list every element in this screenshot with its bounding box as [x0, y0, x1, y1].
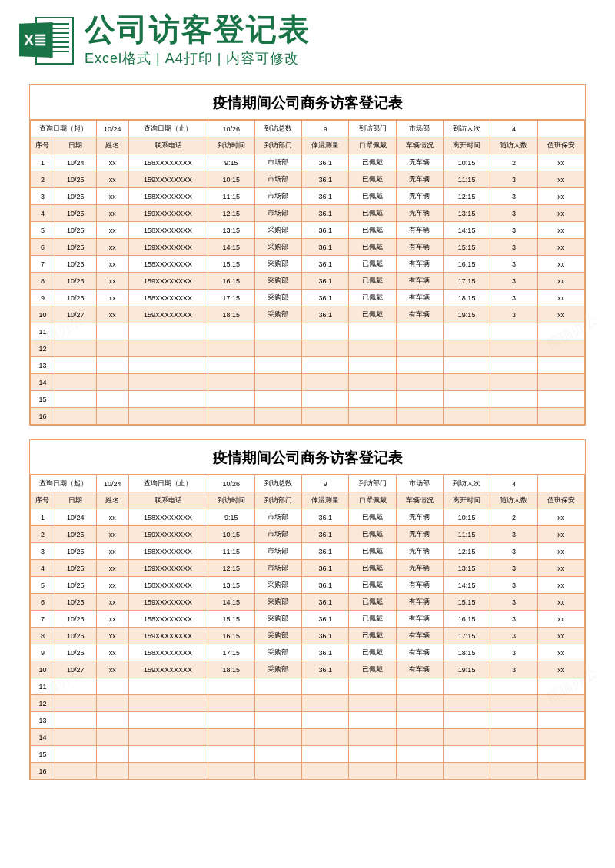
cell-date — [55, 729, 96, 746]
cell-temp: 36.1 — [302, 273, 349, 290]
cell-arrive: 14:15 — [208, 594, 254, 611]
cell-guard: xx — [537, 273, 584, 290]
table-row: 11 — [31, 323, 585, 340]
cell-name: xx — [96, 239, 128, 256]
cell-car: 有车辆 — [396, 306, 443, 323]
cell-date: 10/26 — [55, 290, 96, 306]
cell-name — [96, 323, 128, 340]
cell-seq: 16 — [31, 763, 55, 780]
cell-dept — [254, 695, 301, 712]
cell-date — [55, 340, 96, 357]
cell-name: xx — [96, 611, 128, 628]
col-ppl: 随访人数 — [490, 137, 537, 154]
cell-date: 10/25 — [55, 171, 96, 188]
cell-car: 有车辆 — [396, 644, 443, 661]
cell-car: 有车辆 — [396, 661, 443, 678]
cell-leave: 18:15 — [443, 290, 490, 306]
cell-arrive: 17:15 — [208, 644, 254, 661]
cell-car: 无车辆 — [396, 205, 443, 222]
cell-date — [55, 678, 96, 695]
cell-car: 无车辆 — [396, 509, 443, 526]
summary-label: 查询日期（止） — [128, 121, 208, 137]
cell-arrive: 18:15 — [208, 661, 254, 678]
cell-dept: 采购部 — [254, 306, 301, 323]
sub-title: Excel格式 | A4打印 | 内容可修改 — [85, 49, 597, 68]
cell-mask — [349, 408, 396, 425]
table-row: 11 — [31, 678, 585, 695]
cell-temp — [302, 712, 349, 729]
cell-leave: 19:15 — [443, 306, 490, 323]
cell-phone: 159XXXXXXXX — [128, 560, 208, 577]
cell-temp: 36.1 — [302, 661, 349, 678]
cell-ppl: 3 — [490, 661, 537, 678]
cell-guard: xx — [537, 577, 584, 594]
cell-seq: 11 — [31, 323, 55, 340]
cell-phone: 159XXXXXXXX — [128, 306, 208, 323]
cell-leave — [443, 374, 490, 391]
cell-date — [55, 357, 96, 374]
cell-guard: xx — [537, 509, 584, 526]
cell-mask: 已佩戴 — [349, 644, 396, 661]
cell-dept: 市场部 — [254, 205, 301, 222]
cell-dept: 采购部 — [254, 577, 301, 594]
cell-guard: xx — [537, 256, 584, 273]
cell-leave — [443, 695, 490, 712]
cell-guard — [537, 746, 584, 763]
cell-name — [96, 729, 128, 746]
cell-arrive: 14:15 — [208, 239, 254, 256]
cell-name: xx — [96, 273, 128, 290]
cell-name — [96, 374, 128, 391]
cell-ppl: 3 — [490, 594, 537, 611]
cell-arrive — [208, 340, 254, 357]
cell-car: 有车辆 — [396, 239, 443, 256]
cell-ppl — [490, 729, 537, 746]
cell-name — [96, 357, 128, 374]
table-row: 16 — [31, 408, 585, 425]
cell-leave: 14:15 — [443, 222, 490, 239]
cell-leave: 11:15 — [443, 526, 490, 543]
table-row: 13 — [31, 712, 585, 729]
cell-name: xx — [96, 526, 128, 543]
table-row: 710/26xx158XXXXXXXX15:15采购部36.1已佩戴有车辆16:… — [31, 256, 585, 273]
cell-dept: 采购部 — [254, 222, 301, 239]
cell-ppl — [490, 374, 537, 391]
cell-mask — [349, 729, 396, 746]
cell-phone — [128, 678, 208, 695]
cell-mask — [349, 391, 396, 408]
cell-ppl — [490, 763, 537, 780]
cell-car — [396, 746, 443, 763]
cell-mask: 已佩戴 — [349, 543, 396, 560]
table-row: 110/24xx158XXXXXXXX9:15市场部36.1已佩戴无车辆10:1… — [31, 154, 585, 171]
cell-seq: 6 — [31, 239, 55, 256]
cell-ppl — [490, 408, 537, 425]
cell-ppl: 3 — [490, 611, 537, 628]
cell-phone — [128, 763, 208, 780]
cell-guard: xx — [537, 644, 584, 661]
cell-name: xx — [96, 290, 128, 306]
cell-date: 10/26 — [55, 644, 96, 661]
cell-date — [55, 391, 96, 408]
cell-seq: 7 — [31, 611, 55, 628]
cell-leave: 12:15 — [443, 188, 490, 205]
cell-car: 有车辆 — [396, 577, 443, 594]
cell-temp — [302, 695, 349, 712]
cell-guard — [537, 391, 584, 408]
title-block: 公司访客登记表 Excel格式 | A4打印 | 内容可修改 — [85, 14, 597, 68]
cell-leave — [443, 391, 490, 408]
cell-dept: 采购部 — [254, 273, 301, 290]
cell-temp: 36.1 — [302, 543, 349, 560]
table-row: 410/25xx159XXXXXXXX12:15市场部36.1已佩戴无车辆13:… — [31, 560, 585, 577]
cell-phone — [128, 374, 208, 391]
cell-mask: 已佩戴 — [349, 222, 396, 239]
cell-name — [96, 340, 128, 357]
cell-phone: 158XXXXXXXX — [128, 256, 208, 273]
cell-car: 无车辆 — [396, 560, 443, 577]
cell-date — [55, 763, 96, 780]
summary-value: 9 — [302, 121, 349, 137]
cell-guard: xx — [537, 188, 584, 205]
cell-temp: 36.1 — [302, 171, 349, 188]
cell-ppl: 3 — [490, 526, 537, 543]
cell-ppl: 3 — [490, 543, 537, 560]
cell-leave — [443, 763, 490, 780]
table-row: 410/25xx159XXXXXXXX12:15市场部36.1已佩戴无车辆13:… — [31, 205, 585, 222]
